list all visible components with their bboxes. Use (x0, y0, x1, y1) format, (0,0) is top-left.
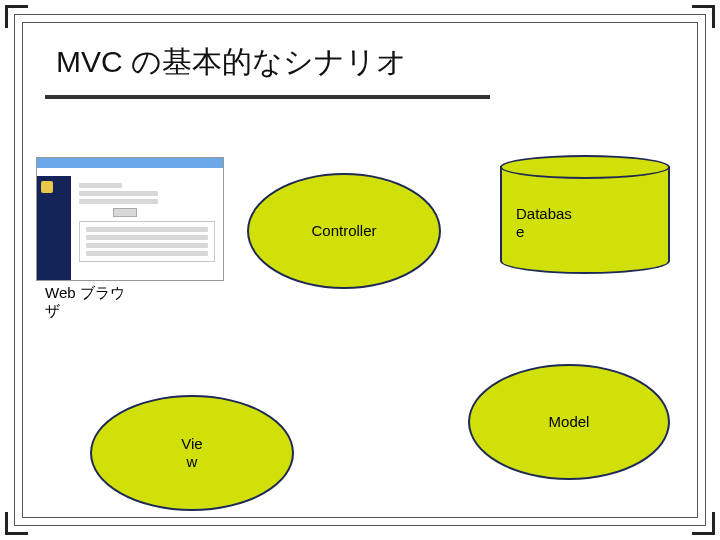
controller-node: Controller (247, 173, 441, 289)
slide: MVC の基本的なシナリオ Web ブラウ ザ Controller Datab… (0, 0, 720, 540)
corner-tr (692, 5, 715, 28)
corner-bl (5, 512, 28, 535)
title-underline (45, 95, 490, 99)
view-node: Vie w (90, 395, 294, 511)
slide-title: MVC の基本的なシナリオ (56, 42, 407, 83)
web-browser-screenshot (36, 157, 224, 281)
model-label: Model (549, 413, 590, 431)
corner-tl (5, 5, 28, 28)
controller-label: Controller (311, 222, 376, 240)
corner-br (692, 512, 715, 535)
database-label: Databas e (516, 205, 572, 241)
web-browser-label: Web ブラウ ザ (45, 284, 125, 320)
database-node: Databas e (500, 155, 670, 275)
model-node: Model (468, 364, 670, 480)
view-label: Vie w (181, 435, 202, 471)
